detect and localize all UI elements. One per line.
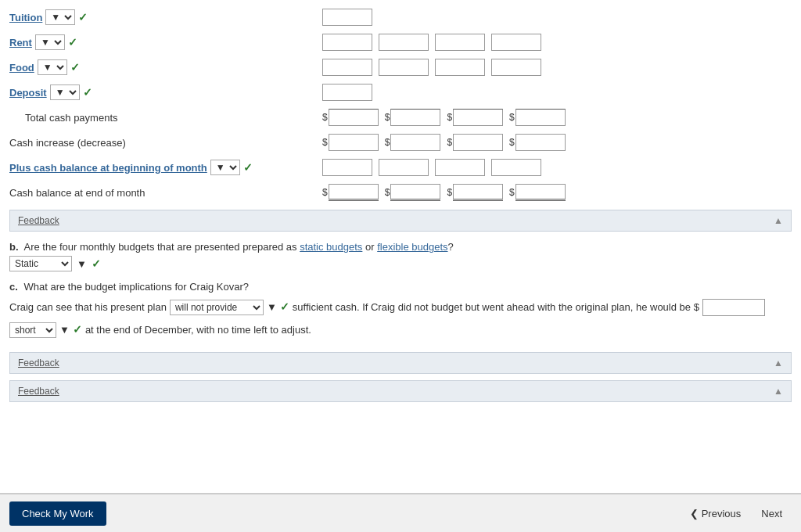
deposit-check: ✓: [83, 86, 92, 99]
feedback-bar-2[interactable]: Feedback ▲: [9, 352, 792, 374]
rent-row: Rent ▼ ✓: [9, 31, 792, 53]
plus-cash-input-1[interactable]: [322, 159, 372, 176]
tuition-check: ✓: [78, 11, 88, 23]
deposit-dropdown[interactable]: ▼: [50, 84, 80, 100]
feedback-bar-1[interactable]: Feedback ▲: [9, 210, 792, 232]
deposit-inputs: [322, 84, 372, 101]
short-amount-input[interactable]: [702, 299, 765, 316]
feedback-label-2: Feedback: [18, 358, 59, 368]
static-answer-row: Static ▼ ✓: [9, 256, 792, 271]
feedback-arrow-2: ▲: [774, 358, 783, 368]
food-input-4[interactable]: [491, 59, 541, 76]
feedback-arrow-3: ▲: [774, 386, 783, 397]
cbe-input-2[interactable]: [390, 184, 440, 201]
tuition-input-1[interactable]: [322, 9, 372, 26]
food-input-1[interactable]: [322, 59, 372, 76]
deposit-label-area: Deposit ▼ ✓: [9, 84, 322, 100]
food-input-2[interactable]: [379, 59, 429, 76]
ci-cell-1: $: [322, 134, 379, 151]
will-not-provide-dropdown[interactable]: will not provide: [170, 300, 264, 315]
rent-input-2[interactable]: [379, 34, 429, 51]
total-cash-payments-row: Total cash payments $ $ $ $: [9, 106, 792, 128]
total-cash-input-3[interactable]: [453, 109, 503, 126]
food-label-area: Food ▼ ✓: [9, 59, 322, 75]
rent-input-3[interactable]: [435, 34, 485, 51]
rent-dropdown[interactable]: ▼: [35, 34, 65, 50]
plus-cash-link[interactable]: Plus cash balance at beginning of month: [9, 162, 207, 174]
cbe-input-1[interactable]: [329, 184, 379, 201]
cash-balance-end-inputs: $ $ $ $: [322, 184, 566, 201]
tuition-input-cell-1: [322, 9, 372, 26]
rent-input-4[interactable]: [491, 34, 541, 51]
main-content: Tuition ▼ ✓ Rent ▼ ✓: [0, 0, 801, 471]
section-c-answer: Craig can see that his present plan will…: [9, 297, 792, 340]
total-cash-inputs: $ $ $ $: [322, 109, 566, 126]
total-cash-input-2[interactable]: [390, 109, 440, 126]
food-row: Food ▼ ✓: [9, 56, 792, 78]
deposit-link[interactable]: Deposit: [9, 87, 47, 99]
ci-input-3[interactable]: [453, 134, 503, 151]
check-work-button[interactable]: Check My Work: [9, 501, 106, 526]
section-c-label: c.: [9, 281, 18, 293]
static-dropdown-arrow: ▼: [77, 258, 87, 270]
food-inputs: [322, 59, 541, 76]
cbe-cell-2: $: [385, 184, 441, 201]
total-cash-cell-2: $: [385, 109, 441, 126]
cash-balance-end-row: Cash balance at end of month $ $ $ $: [9, 182, 792, 203]
cash-increase-row: Cash increase (decrease) $ $ $ $: [9, 131, 792, 153]
ci-dollar-4: $: [509, 137, 515, 148]
feedback-bar-3[interactable]: Feedback ▲: [9, 380, 792, 402]
rent-input-1[interactable]: [322, 34, 372, 51]
ci-dollar-3: $: [447, 137, 452, 148]
ci-cell-3: $: [447, 134, 503, 151]
food-check: ✓: [70, 61, 80, 74]
food-link[interactable]: Food: [9, 62, 34, 74]
cbe-cell-4: $: [509, 184, 566, 201]
tuition-link[interactable]: Tuition: [9, 12, 42, 23]
ci-input-4[interactable]: [515, 134, 566, 151]
food-dropdown[interactable]: ▼: [38, 59, 67, 75]
plus-cash-input-2[interactable]: [379, 159, 429, 176]
tuition-dropdown[interactable]: ▼: [45, 9, 75, 25]
ci-dollar-1: $: [322, 137, 328, 148]
cbe-input-4[interactable]: [515, 184, 566, 201]
nav-buttons: ❮ Previous Next: [681, 501, 792, 526]
food-input-3[interactable]: [435, 59, 485, 76]
plus-cash-inputs: [322, 159, 541, 176]
feedback-label-1: Feedback: [18, 215, 59, 226]
short-dropdown[interactable]: short: [9, 322, 56, 338]
rent-check: ✓: [68, 36, 77, 49]
total-cash-input-4[interactable]: [515, 109, 566, 126]
flexible-budgets-link[interactable]: flexible budgets: [377, 241, 447, 253]
dollar-1: $: [322, 112, 328, 123]
rent-inputs: [322, 34, 541, 51]
cbe-cell-3: $: [447, 184, 503, 201]
cbe-dollar-3: $: [447, 187, 452, 198]
section-c: c. What are the budget implications for …: [9, 281, 792, 340]
ci-input-1[interactable]: [329, 134, 379, 151]
previous-button[interactable]: ❮ Previous: [681, 501, 751, 526]
plus-cash-input-4[interactable]: [491, 159, 541, 176]
section-b-question: b. Are the four monthly budgets that are…: [9, 241, 792, 253]
static-dropdown[interactable]: Static: [9, 256, 72, 271]
cbe-input-3[interactable]: [453, 184, 503, 201]
plus-cash-input-3[interactable]: [435, 159, 485, 176]
plus-cash-label-area: Plus cash balance at beginning of month …: [9, 160, 322, 175]
rent-link[interactable]: Rent: [9, 37, 32, 49]
next-button[interactable]: Next: [752, 501, 792, 526]
cash-balance-end-label: Cash balance at end of month: [9, 187, 322, 199]
short-check: ✓: [73, 320, 82, 340]
bottom-bar: Check My Work ❮ Previous Next: [0, 493, 801, 532]
dollar-2: $: [385, 112, 390, 123]
total-cash-cell-3: $: [447, 109, 503, 126]
deposit-input-1[interactable]: [322, 84, 372, 101]
prev-chevron-icon: ❮: [690, 508, 699, 519]
cbe-cell-1: $: [322, 184, 379, 201]
static-budgets-link[interactable]: static budgets: [300, 241, 362, 253]
dropdown1-arrow: ▼: [267, 298, 277, 316]
ci-input-2[interactable]: [390, 134, 440, 151]
plus-cash-dropdown[interactable]: ▼: [210, 160, 240, 175]
will-not-provide-check: ✓: [280, 297, 289, 317]
total-cash-input-1[interactable]: [329, 109, 379, 126]
feedback-arrow-1: ▲: [774, 215, 783, 226]
